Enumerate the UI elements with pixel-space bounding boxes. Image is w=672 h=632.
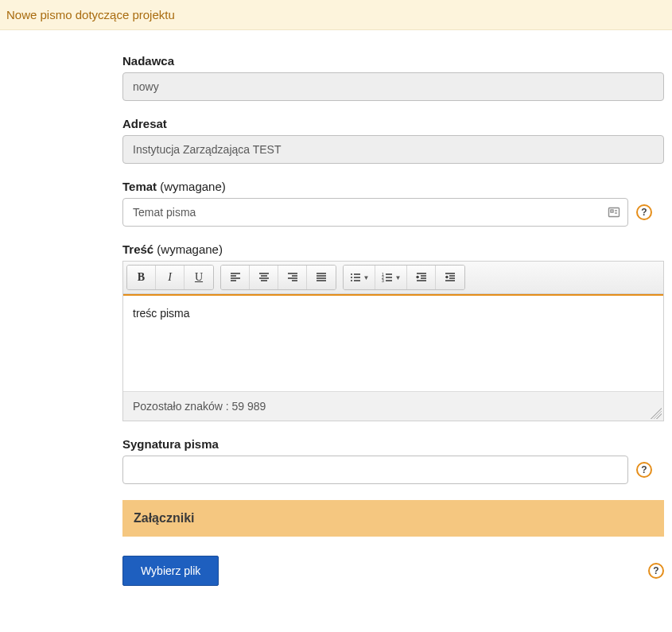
tresc-label: Treść (wymagane): [122, 242, 666, 256]
nadawca-input: nowy: [122, 72, 664, 101]
italic-button[interactable]: I: [156, 266, 185, 289]
adresat-input: Instytucja Zarządzająca TEST: [122, 135, 664, 164]
svg-rect-1: [611, 210, 613, 212]
char-counter: Pozostało znaków : 59 989: [133, 400, 266, 413]
svg-point-20: [351, 273, 352, 275]
choose-file-button[interactable]: Wybierz plik: [122, 556, 219, 586]
field-adresat: Adresat Instytucja Zarządzająca TEST: [122, 117, 666, 164]
field-nadawca: Nadawca nowy: [122, 54, 666, 101]
svg-text:3: 3: [382, 278, 384, 283]
resize-handle-icon[interactable]: [651, 408, 662, 419]
chevron-down-icon: ▼: [395, 274, 402, 281]
svg-point-21: [351, 277, 352, 278]
attachments-heading-text: Załączniki: [134, 511, 194, 525]
align-center-button[interactable]: [250, 266, 278, 289]
sygnatura-input[interactable]: [122, 456, 628, 484]
indent-button[interactable]: [436, 266, 464, 289]
outdent-button[interactable]: [407, 266, 436, 289]
sygnatura-label: Sygnatura pisma: [122, 437, 666, 451]
underline-button[interactable]: U: [185, 266, 213, 289]
page-title: Nowe pismo dotyczące projektu: [6, 8, 175, 21]
toolbar-group-align: [220, 265, 336, 290]
attachments-heading: Załączniki: [122, 500, 664, 537]
editor-toolbar: B I U: [123, 262, 663, 294]
toolbar-group-lists: ▼ 123▼: [343, 265, 465, 290]
richtext-editor: B I U: [122, 261, 664, 421]
align-left-button[interactable]: [221, 266, 250, 289]
toolbar-group-textstyle: B I U: [126, 265, 214, 290]
svg-point-22: [351, 280, 352, 281]
adresat-label: Adresat: [122, 117, 666, 130]
tresc-textarea[interactable]: treśc pisma: [123, 296, 663, 391]
field-temat: Temat (wymagane) ?: [122, 180, 666, 227]
temat-label: Temat (wymagane): [122, 180, 666, 193]
align-right-button[interactable]: [278, 266, 307, 289]
bold-button[interactable]: B: [127, 266, 156, 289]
numbered-list-button[interactable]: 123▼: [375, 266, 407, 289]
align-justify-button[interactable]: [307, 266, 336, 289]
field-sygnatura: Sygnatura pisma ?: [122, 437, 666, 484]
help-icon[interactable]: ?: [648, 563, 664, 579]
help-icon[interactable]: ?: [636, 204, 652, 220]
nadawca-value: nowy: [133, 80, 159, 93]
nadawca-label: Nadawca: [122, 54, 666, 68]
attachments-footer: Wybierz plik ?: [122, 556, 664, 586]
contact-card-icon[interactable]: [608, 206, 620, 219]
form-container: Nadawca nowy Adresat Instytucja Zarządza…: [0, 30, 672, 602]
help-icon[interactable]: ?: [636, 462, 652, 478]
chevron-down-icon: ▼: [363, 274, 370, 281]
temat-input[interactable]: [122, 198, 628, 227]
adresat-value: Instytucja Zarządzająca TEST: [133, 143, 281, 156]
bullet-list-button[interactable]: ▼: [344, 266, 375, 289]
page-header: Nowe pismo dotyczące projektu: [0, 0, 672, 30]
tresc-required-hint: (wymagane): [153, 242, 223, 256]
field-tresc: Treść (wymagane) B I U: [122, 242, 666, 421]
temat-required-hint: (wymagane): [157, 180, 226, 193]
editor-footer: Pozostało znaków : 59 989: [123, 391, 663, 421]
